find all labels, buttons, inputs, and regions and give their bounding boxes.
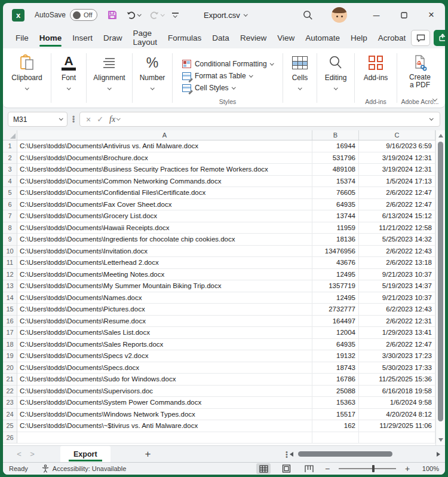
row-header-17[interactable]: 17 [3, 327, 17, 339]
redo-dropdown-icon[interactable] [161, 12, 164, 16]
page-break-preview-button[interactable] [302, 463, 316, 474]
tab-home[interactable]: Home [34, 27, 67, 48]
quick-access-customize-icon[interactable] [172, 13, 179, 17]
cell-b6[interactable]: 64935 [312, 199, 359, 211]
cell-styles-button[interactable]: Cell Styles [182, 84, 273, 92]
autosave-toggle[interactable]: Off [70, 9, 97, 21]
cell-b5[interactable]: 76605 [312, 187, 359, 199]
tab-help[interactable]: Help [345, 27, 373, 48]
cell-a5[interactable]: C:\Users\todds\Documents\Confidential Fi… [17, 187, 312, 199]
cell-c7[interactable]: 6/13/2024 15:12 [359, 210, 435, 222]
cell-a7[interactable]: C:\Users\todds\Documents\Grocery List.do… [17, 210, 312, 222]
cell-b15[interactable]: 2732777 [312, 304, 359, 316]
row-header-12[interactable]: 12 [3, 269, 17, 281]
cell-c3[interactable]: 3/19/2024 12:31 [359, 164, 435, 176]
cell-b16[interactable]: 164497 [312, 316, 359, 328]
cell-a20[interactable]: C:\Users\todds\Documents\Specs.docx [17, 362, 312, 374]
row-header-14[interactable]: 14 [3, 292, 17, 304]
row-header-5[interactable]: 5 [3, 187, 17, 199]
zoom-in-button[interactable]: + [404, 464, 410, 473]
share-button[interactable] [434, 30, 445, 46]
cell-b3[interactable]: 489108 [312, 164, 359, 176]
vertical-scrollbar[interactable] [435, 130, 445, 445]
cell-a10[interactable]: C:\Users\todds\Documents\Invitation.docx [17, 246, 312, 258]
row-header-9[interactable]: 9 [3, 234, 17, 246]
new-sheet-button[interactable]: + [145, 448, 151, 460]
normal-view-button[interactable] [256, 463, 271, 474]
sheet-options-icon[interactable]: ••• [284, 451, 290, 458]
row-header-1[interactable]: 1 [3, 140, 17, 152]
cell-a26[interactable] [17, 432, 312, 444]
cell-a21[interactable]: C:\Users\todds\Documents\Sudo for Window… [17, 374, 312, 386]
scroll-up-icon[interactable] [438, 134, 443, 137]
formula-field[interactable]: × ✓ fx [79, 112, 440, 127]
cell-c24[interactable]: 4/20/2024 8:12 [359, 409, 435, 421]
horizontal-scrollbar[interactable] [290, 451, 440, 457]
scroll-left-icon[interactable] [290, 452, 293, 457]
tab-view[interactable]: View [272, 27, 300, 48]
previous-sheet-icon[interactable]: < [13, 450, 26, 458]
row-header-22[interactable]: 22 [3, 386, 17, 398]
cell-a24[interactable]: C:\Users\todds\Documents\Windows Network… [17, 409, 312, 421]
cell-a14[interactable]: C:\Users\todds\Documents\Names.docx [17, 292, 312, 304]
confirm-entry-icon[interactable]: ✓ [97, 115, 103, 124]
cell-a8[interactable]: C:\Users\todds\Documents\Hawaii Receipts… [17, 222, 312, 234]
tab-automate[interactable]: Automate [300, 27, 345, 48]
cell-a25[interactable]: C:\Users\todds\Documents\~$tivirus vs. A… [17, 420, 312, 432]
row-header-2[interactable]: 2 [3, 152, 17, 164]
excel-app-icon[interactable]: x [12, 9, 24, 22]
redo-button[interactable] [149, 10, 164, 20]
cell-b23[interactable]: 15363 [312, 397, 359, 409]
cell-a19[interactable]: C:\Users\todds\Documents\Specs v2.docx [17, 350, 312, 362]
row-header-19[interactable]: 19 [3, 350, 17, 362]
row-header-20[interactable]: 20 [3, 362, 17, 374]
addins-button[interactable]: Add-ins [364, 54, 388, 82]
search-icon[interactable] [302, 10, 314, 21]
select-all-button[interactable] [3, 130, 17, 140]
cell-c23[interactable]: 1/6/2024 9:58 [359, 397, 435, 409]
document-title[interactable]: Export.csv [204, 11, 247, 20]
cell-b7[interactable]: 13744 [312, 210, 359, 222]
row-header-21[interactable]: 21 [3, 374, 17, 386]
cell-b22[interactable]: 25088 [312, 386, 359, 398]
cell-c4[interactable]: 1/5/2024 17:13 [359, 176, 435, 188]
cell-c2[interactable]: 3/19/2024 12:31 [359, 152, 435, 164]
cell-c14[interactable]: 9/21/2023 10:37 [359, 292, 435, 304]
row-header-23[interactable]: 23 [3, 397, 17, 409]
cell-c26[interactable] [359, 432, 435, 444]
tab-insert[interactable]: Insert [67, 27, 98, 48]
cell-a18[interactable]: C:\Users\todds\Documents\Sales Reports.d… [17, 339, 312, 351]
column-header-a[interactable]: A [17, 130, 312, 140]
tab-data[interactable]: Data [207, 27, 235, 48]
insert-function-button[interactable]: fx [109, 115, 120, 124]
name-box[interactable]: M31 [8, 112, 67, 127]
cell-c9[interactable]: 5/25/2023 14:32 [359, 234, 435, 246]
cancel-entry-icon[interactable]: × [86, 115, 91, 124]
cell-c13[interactable]: 5/19/2023 14:37 [359, 280, 435, 292]
formula-bar-resize-handle[interactable]: ••• [71, 116, 76, 123]
cell-a3[interactable]: C:\Users\todds\Documents\Business Securi… [17, 164, 312, 176]
cell-a23[interactable]: C:\Users\todds\Documents\System Power Co… [17, 397, 312, 409]
cell-b26[interactable] [312, 432, 359, 444]
accessibility-status[interactable]: Accessibility: Unavailable [41, 464, 127, 473]
cell-c25[interactable]: 11/29/2025 11:06 [359, 420, 435, 432]
row-header-8[interactable]: 8 [3, 222, 17, 234]
cell-c11[interactable]: 2/6/2022 13:18 [359, 257, 435, 269]
cell-c19[interactable]: 3/30/2023 17:23 [359, 350, 435, 362]
create-pdf-button[interactable]: Create a PDF [409, 54, 431, 89]
row-header-7[interactable]: 7 [3, 210, 17, 222]
cell-a4[interactable]: C:\Users\todds\Documents\Common Networki… [17, 176, 312, 188]
cell-c18[interactable]: 2/6/2022 12:47 [359, 339, 435, 351]
row-header-10[interactable]: 10 [3, 246, 17, 258]
cell-b14[interactable]: 12495 [312, 292, 359, 304]
cell-b21[interactable]: 16786 [312, 374, 359, 386]
cell-c12[interactable]: 9/21/2023 10:37 [359, 269, 435, 281]
maximize-button[interactable] [390, 5, 418, 25]
scroll-right-icon[interactable] [437, 452, 440, 457]
undo-button[interactable] [126, 10, 141, 20]
column-header-c[interactable]: C [359, 130, 435, 140]
cell-c17[interactable]: 1/29/2023 13:41 [359, 327, 435, 339]
cell-a22[interactable]: C:\Users\todds\Documents\Supervisors.doc [17, 386, 312, 398]
cell-c8[interactable]: 11/21/2022 12:58 [359, 222, 435, 234]
cell-c15[interactable]: 6/2/2023 12:43 [359, 304, 435, 316]
